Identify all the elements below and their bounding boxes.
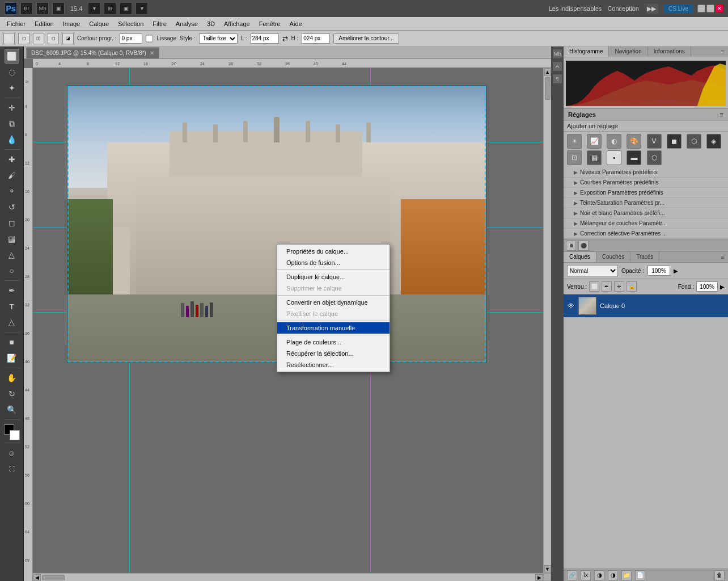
ctx-transformation[interactable]: Transformation manuelle (277, 322, 390, 334)
opt-icon1[interactable]: ◻ (18, 33, 29, 44)
rl-teinte[interactable]: ▶ Teinte/Saturation Paramètres pr... (564, 198, 728, 208)
ameliorer-btn[interactable]: Améliorer le contour... (333, 33, 399, 44)
adj-selective[interactable]: ⬡ (647, 150, 662, 165)
tool-dodge[interactable]: ○ (5, 263, 19, 278)
scroll-left-btn[interactable]: ◀ (33, 574, 41, 581)
canvas-work[interactable]: Propriétés du calque... Options de fusio… (33, 68, 551, 581)
view-icon1[interactable]: ⊞ (104, 2, 116, 15)
rl-exposition[interactable]: ▶ Exposition Paramètres prédéfinis (564, 188, 728, 198)
tool-blur[interactable]: △ (5, 247, 19, 262)
menu-selection[interactable]: Sélection (113, 19, 148, 28)
tool-clone[interactable]: ⚬ (5, 184, 19, 199)
couches-tab[interactable]: Couches (596, 252, 630, 262)
l-input[interactable] (251, 33, 279, 44)
menu-aide[interactable]: Aide (285, 19, 307, 28)
ctx-dupliquer[interactable]: Dupliquer le calque... (277, 271, 390, 283)
tool-shape[interactable]: ■ (5, 335, 19, 350)
reglages-collapse-btn[interactable]: ≡ (720, 111, 723, 118)
opacity-arrow[interactable]: ▶ (674, 268, 678, 274)
reglages-btn1[interactable]: 🖥 (566, 241, 576, 251)
layer-style-btn[interactable]: fx (581, 570, 591, 580)
adj-brightness[interactable]: ☀ (567, 134, 582, 149)
br-icon[interactable]: Br (20, 2, 33, 15)
adj-bw[interactable]: ◼ (667, 134, 682, 149)
menu-3d[interactable]: 3D (202, 19, 219, 28)
tool-hand[interactable]: ✋ (5, 371, 19, 385)
adj-invert[interactable]: ⊡ (567, 150, 582, 165)
maximize-btn[interactable]: □ (706, 5, 714, 12)
fond-input[interactable] (696, 281, 718, 292)
view-icon2[interactable]: ▣ (120, 2, 132, 15)
tool-move[interactable]: ✛ (5, 100, 19, 115)
mb-icon[interactable]: Mb (36, 2, 49, 15)
cslive-btn[interactable]: CS Live (664, 5, 693, 13)
histogram-tab[interactable]: Histogramme (564, 47, 609, 57)
tool-history[interactable]: ↺ (5, 200, 19, 214)
swap-icon[interactable]: ⇄ (282, 35, 288, 43)
rl-courbes[interactable]: ▶ Courbes Paramètres prédéfinis (564, 178, 728, 188)
calques-list[interactable]: 👁 Calque 0 (564, 294, 728, 569)
layer-visibility-icon[interactable]: 👁 (567, 302, 575, 310)
ctx-fusion[interactable]: Options de fusion... (277, 257, 390, 268)
adj-curves[interactable]: 📈 (587, 134, 602, 149)
delete-layer-btn[interactable]: 🗑 (714, 570, 725, 580)
rl-melangeur[interactable]: ▶ Mélangeur de couches Paramètr... (564, 218, 728, 229)
lock-all[interactable]: 🔒 (627, 281, 637, 292)
tool-heal[interactable]: ✚ (5, 152, 19, 167)
close-btn[interactable]: ✕ (716, 5, 723, 12)
ctx-recuperer[interactable]: Récupérer la sélection... (277, 348, 390, 359)
tool-path[interactable]: △ (5, 315, 19, 330)
menu-edition[interactable]: Edition (30, 19, 58, 28)
style-select[interactable]: Taille fixe (199, 33, 238, 44)
menu-filtre[interactable]: Filtre (148, 19, 171, 28)
blend-mode-select[interactable]: Normal Fondu Assombrir (567, 265, 618, 276)
tool-mode[interactable]: ◎ (5, 445, 19, 460)
tool-zoom[interactable]: 🔍 (5, 402, 19, 417)
scroll-thumb-v[interactable] (545, 77, 551, 100)
menu-analyse[interactable]: Analyse (171, 19, 202, 28)
adj-photofilter[interactable]: ⬡ (687, 134, 701, 149)
lissage-checkbox[interactable] (146, 33, 153, 44)
rl-niveaux[interactable]: ▶ Niveaux Paramètres prédéfinis (564, 167, 728, 178)
ctx-convertir[interactable]: Convertir en objet dynamique (277, 297, 390, 308)
lock-image[interactable]: ✒ (602, 281, 612, 292)
menu-image[interactable]: Image (58, 19, 85, 28)
scrollbar-vertical[interactable]: ▲ ▼ (543, 68, 551, 573)
adj-channelmix[interactable]: ◈ (706, 134, 721, 149)
tool-note[interactable]: 📝 (5, 351, 19, 365)
tool-pen[interactable]: ✒ (5, 283, 19, 298)
tool-magic[interactable]: ✦ (5, 81, 19, 95)
adj-threshold[interactable]: ▪ (607, 150, 621, 165)
mode-icon[interactable]: ▣ (52, 2, 65, 15)
h-input[interactable] (302, 33, 330, 44)
document-tab[interactable]: DSC_6009.JPG @ 15.4% (Calque 0, RVB/8*) … (26, 47, 159, 58)
fond-arrow[interactable]: ▶ (720, 284, 725, 290)
adj-hue[interactable]: V (647, 134, 662, 149)
workspace1-btn[interactable]: Les indispensables (549, 5, 602, 12)
rl-noir[interactable]: ▶ Noir et blanc Paramètres préféfi... (564, 208, 728, 218)
ctx-proprietes[interactable]: Propriétés du calque... (277, 246, 390, 257)
calque-row-0[interactable]: 👁 Calque 0 (564, 294, 728, 318)
new-group-btn[interactable]: 📁 (621, 570, 632, 580)
link-layers-btn[interactable]: 🔗 (567, 570, 577, 580)
tool-marquee[interactable]: ⬜ (5, 49, 19, 64)
menu-calque[interactable]: Calque (84, 19, 113, 28)
menu-fenetre[interactable]: Fenêtre (255, 19, 285, 28)
rl-correction[interactable]: ▶ Correction sélective Paramètres ... (564, 229, 728, 239)
lock-transparent[interactable]: ⬜ (589, 281, 599, 292)
panel-icon-p[interactable]: ¶ (552, 74, 562, 84)
opt-icon4[interactable]: ◪ (62, 33, 74, 44)
navigation-tab[interactable]: Navigation (609, 47, 647, 57)
reglages-btn2[interactable]: ⚫ (578, 241, 589, 251)
new-layer-btn[interactable]: 📄 (635, 570, 645, 580)
tool-gradient[interactable]: ▦ (5, 231, 19, 246)
tool-brush[interactable]: 🖌 (5, 168, 19, 183)
zoom-dropdown[interactable]: ▼ (88, 2, 100, 15)
tab-close-icon[interactable]: ✕ (150, 50, 154, 56)
tool-erase[interactable]: ◻ (5, 216, 19, 230)
tool-lasso[interactable]: ◌ (5, 65, 19, 79)
histogram-collapse-btn[interactable]: ≡ (718, 47, 728, 57)
tool-rotate[interactable]: ↻ (5, 386, 19, 401)
menu-fichier[interactable]: Fichier (2, 19, 30, 28)
lock-position[interactable]: ✛ (614, 281, 624, 292)
